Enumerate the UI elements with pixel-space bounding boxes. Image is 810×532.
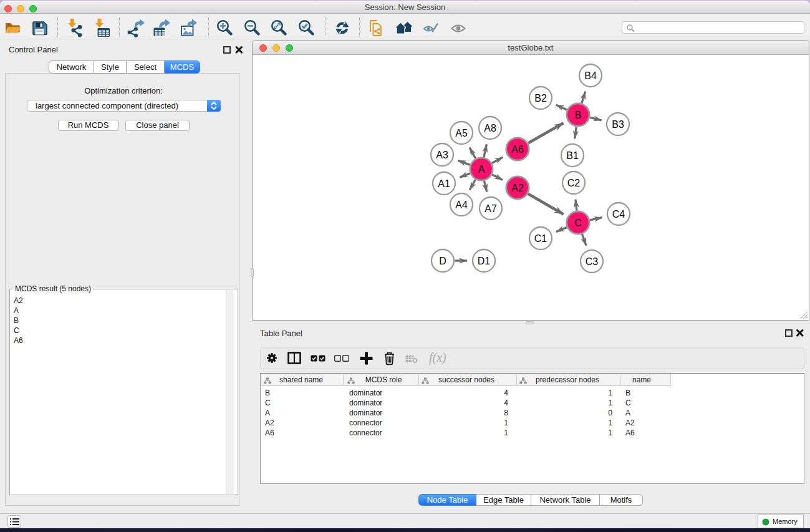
- svg-text:A5: A5: [455, 128, 468, 138]
- svg-text:A7: A7: [485, 203, 497, 214]
- svg-text:B4: B4: [584, 70, 597, 81]
- svg-text:C1: C1: [534, 233, 547, 244]
- svg-text:A1: A1: [438, 178, 450, 189]
- svg-text:C2: C2: [567, 178, 581, 188]
- svg-text:C4: C4: [612, 209, 625, 220]
- svg-text:B3: B3: [612, 119, 624, 130]
- svg-text:A6: A6: [511, 144, 524, 155]
- svg-text:A2: A2: [511, 183, 524, 193]
- svg-text:A3: A3: [436, 150, 448, 160]
- svg-text:C3: C3: [586, 256, 599, 267]
- svg-text:B1: B1: [566, 150, 579, 161]
- svg-text:A: A: [478, 164, 485, 175]
- svg-text:B: B: [575, 110, 582, 120]
- svg-text:D1: D1: [478, 256, 491, 266]
- svg-text:D: D: [439, 256, 446, 266]
- svg-text:C: C: [574, 218, 582, 228]
- svg-text:A4: A4: [455, 200, 468, 210]
- svg-text:B2: B2: [534, 93, 547, 104]
- svg-text:A8: A8: [484, 123, 496, 133]
